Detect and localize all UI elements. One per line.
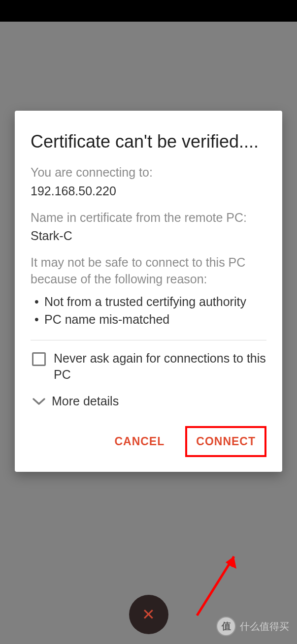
watermark-badge-icon: 值: [216, 616, 236, 636]
never-ask-row[interactable]: Never ask again for connections to this …: [31, 350, 266, 382]
svg-marker-2: [229, 556, 236, 569]
connecting-to-value: 192.168.50.220: [31, 183, 266, 200]
dialog-title: Certificate can't be verified....: [31, 130, 266, 153]
cert-name-value: Stark-C: [31, 228, 266, 245]
connecting-to-label: You are connecting to:: [31, 164, 266, 181]
svg-marker-1: [226, 556, 234, 567]
watermark-text: 什么值得买: [240, 620, 289, 633]
reason-list: Not from a trusted certifying authority …: [31, 293, 266, 329]
certificate-dialog: Certificate can't be verified.... You ar…: [15, 111, 282, 472]
status-bar: [0, 0, 297, 22]
divider: [31, 340, 266, 340]
watermark: 值 什么值得买: [216, 616, 289, 636]
more-details-label: More details: [52, 394, 119, 408]
never-ask-checkbox[interactable]: [32, 352, 46, 366]
svg-line-0: [197, 556, 234, 615]
reason-intro: It may not be safe to connect to this PC…: [31, 254, 266, 288]
never-ask-label: Never ask again for connections to this …: [54, 350, 266, 382]
cancel-button[interactable]: CANCEL: [105, 428, 173, 455]
reason-item: Not from a trusted certifying authority: [31, 293, 266, 310]
reason-item: PC name mis-matched: [31, 310, 266, 328]
arrow-annotation-icon: [187, 542, 246, 620]
close-button[interactable]: ✕: [129, 595, 168, 634]
close-icon: ✕: [142, 605, 155, 624]
cert-name-label: Name in certificate from the remote PC:: [31, 210, 266, 226]
dialog-buttons: CANCEL CONNECT: [31, 426, 266, 462]
connect-button[interactable]: CONNECT: [185, 426, 266, 457]
chevron-down-icon: [32, 398, 46, 405]
more-details-toggle[interactable]: More details: [32, 394, 266, 408]
